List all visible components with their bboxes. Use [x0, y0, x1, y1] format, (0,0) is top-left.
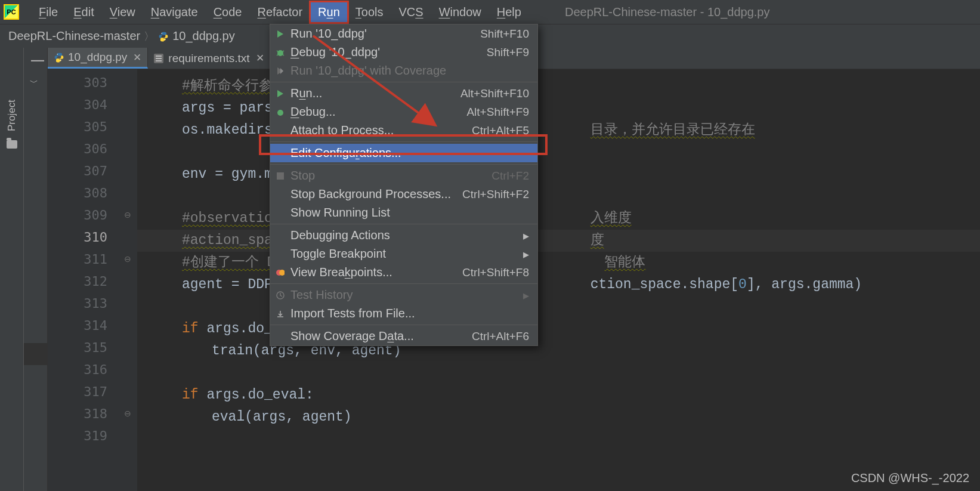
- menu-navigate[interactable]: Navigate: [143, 2, 206, 23]
- close-icon[interactable]: ✕: [256, 52, 264, 64]
- menu-separator: [270, 82, 537, 82]
- menu-separator: [270, 283, 537, 284]
- code-text: args.do_eval:: [199, 387, 314, 403]
- line-number: 312: [48, 274, 119, 289]
- tab-requirements[interactable]: requirements.txt ✕: [148, 48, 270, 69]
- line-number: 303: [48, 75, 119, 90]
- fold-icon[interactable]: ⊖: [124, 210, 131, 220]
- menu-run[interactable]: Run: [310, 2, 348, 23]
- menu-separator: [270, 141, 537, 142]
- menu-view[interactable]: View: [102, 2, 143, 23]
- bug-icon: [275, 107, 286, 118]
- menu-view-breakpoints[interactable]: View Breakpoints...Ctrl+Shift+F8: [270, 263, 537, 282]
- svg-point-1: [165, 39, 165, 39]
- line-number: 308: [48, 186, 119, 200]
- menu-stop: StopCtrl+F2: [270, 166, 537, 185]
- menu-run[interactable]: Run...Alt+Shift+F10: [270, 84, 537, 103]
- window-title: DeepRL-Chinese-master - 10_ddpg.py: [565, 5, 770, 19]
- fold-icon[interactable]: ⊖: [124, 409, 131, 418]
- breadcrumb-file[interactable]: 10_ddpg.py: [172, 29, 235, 43]
- play-icon: [275, 29, 286, 39]
- app-logo: PC: [4, 4, 19, 20]
- menu-debug-named[interactable]: Debug '10_ddpg'Shift+F9: [270, 43, 537, 61]
- chevron-right-icon: ▸: [523, 288, 529, 302]
- tab-10-ddpg[interactable]: 10_ddpg.py ✕: [48, 48, 148, 69]
- menu-refactor[interactable]: Refactor: [249, 2, 310, 23]
- line-number: 305: [48, 119, 119, 134]
- python-file-icon: [54, 52, 64, 63]
- line-number: 318: [48, 406, 119, 421]
- chevron-right-icon: ▸: [523, 247, 529, 261]
- tree-expand-icon[interactable]: ﹀: [30, 78, 38, 88]
- menu-separator: [270, 325, 537, 325]
- chevron-right-icon: ▸: [523, 228, 529, 243]
- menu-code[interactable]: Code: [206, 2, 250, 23]
- clock-icon: [275, 290, 286, 301]
- menu-tools[interactable]: Tools: [348, 2, 391, 23]
- menu-toggle-breakpoint[interactable]: Toggle Breakpoint▸: [270, 245, 537, 263]
- code-area[interactable]: #解析命令行参数，转换成 args = parser.par os.makedi…: [137, 69, 980, 491]
- menu-attach-process[interactable]: Attach to Process...Ctrl+Alt+F5: [270, 121, 537, 140]
- tab-label: 10_ddpg.py: [68, 51, 127, 64]
- code-text: eval(args, agent): [212, 409, 352, 425]
- code-text: 度: [591, 233, 604, 248]
- line-number: 313: [48, 296, 119, 311]
- menu-test-history: Test History▸: [270, 286, 537, 304]
- svg-line-7: [277, 54, 279, 55]
- close-icon[interactable]: ✕: [133, 51, 141, 64]
- menu-import-tests[interactable]: Import Tests from File...: [270, 304, 537, 323]
- menu-help[interactable]: Help: [489, 2, 529, 23]
- menu-debugging-actions[interactable]: Debugging Actions▸: [270, 226, 537, 245]
- tab-label: requirements.txt: [168, 52, 249, 65]
- menu-edit-configurations[interactable]: Edit Configurations...: [270, 144, 537, 162]
- collapse-button[interactable]: —: [31, 53, 44, 68]
- menu-show-running[interactable]: Show Running List: [270, 203, 537, 222]
- project-pane: — ﹀: [24, 48, 48, 491]
- breakpoint-icon: [275, 267, 286, 278]
- menu-stop-bg[interactable]: Stop Background Processes...Ctrl+Shift+F…: [270, 185, 537, 203]
- chevron-right-icon: 〉: [144, 29, 154, 44]
- code-text: 智能体: [604, 255, 645, 270]
- menu-window[interactable]: Window: [431, 2, 489, 23]
- tree-selection: [24, 343, 48, 365]
- menu-vcs[interactable]: VCS: [391, 2, 431, 23]
- project-tool-button[interactable]: Project: [6, 100, 18, 131]
- code-text: ction_space.shape[0], args.gamma): [591, 277, 862, 292]
- folder-icon: [7, 140, 17, 149]
- svg-point-4: [277, 50, 283, 56]
- svg-point-2: [57, 54, 57, 54]
- text-file-icon: [154, 54, 163, 63]
- code-text: if: [182, 321, 199, 336]
- menu-run-named[interactable]: Run '10_ddpg'Shift+F10: [270, 24, 537, 43]
- line-number: 310: [48, 230, 119, 245]
- line-number: 317: [48, 384, 119, 399]
- menu-edit[interactable]: Edit: [66, 2, 101, 23]
- code-text: 入维度: [591, 211, 632, 226]
- menu-show-coverage-data[interactable]: Show Coverage Data...Ctrl+Alt+F6: [270, 327, 537, 345]
- gutter: 303 304 305 306 307 308 309 ⊖ 310 311 ⊖ …: [48, 69, 137, 491]
- menu-separator: [270, 224, 537, 224]
- play-icon: [275, 88, 286, 99]
- svg-point-0: [162, 33, 162, 33]
- run-menu: Run '10_ddpg'Shift+F10 Debug '10_ddpg'Sh…: [270, 24, 538, 346]
- import-icon: [275, 308, 286, 319]
- svg-line-5: [277, 51, 279, 52]
- fold-icon[interactable]: ⊖: [124, 254, 131, 264]
- coverage-icon: [275, 66, 286, 76]
- line-number: 311: [48, 252, 119, 267]
- menu-bar: PC File Edit View Navigate Code Refactor…: [0, 0, 980, 24]
- line-number: 304: [48, 97, 119, 112]
- line-number: 316: [48, 362, 119, 377]
- line-number: 319: [48, 428, 119, 443]
- menu-debug[interactable]: Debug...Alt+Shift+F9: [270, 103, 537, 121]
- breadcrumb-root[interactable]: DeepRL-Chinese-master: [8, 29, 140, 43]
- menu-run-coverage: Run '10_ddpg' with Coverage: [270, 61, 537, 80]
- svg-point-9: [277, 110, 283, 116]
- code-text: if: [182, 387, 199, 403]
- line-number: 307: [48, 163, 119, 178]
- svg-line-6: [282, 51, 284, 52]
- line-number: 306: [48, 141, 119, 156]
- tool-sidebar: Project: [0, 48, 24, 491]
- menu-file[interactable]: File: [31, 2, 66, 23]
- menu-separator: [270, 164, 537, 165]
